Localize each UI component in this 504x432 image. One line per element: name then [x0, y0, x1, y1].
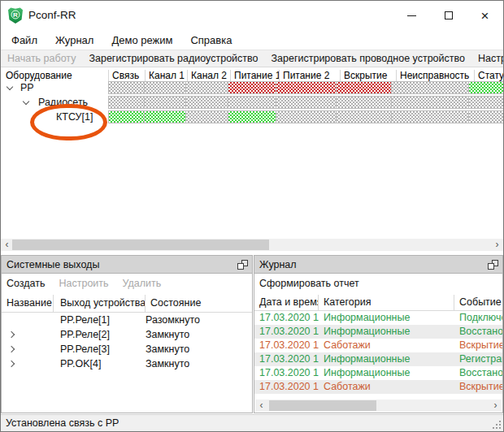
panel-titlebar[interactable]: Системные выходы	[2, 256, 252, 274]
status-cell[interactable]	[336, 110, 392, 123]
column-header-name[interactable]: Название	[2, 295, 54, 313]
column-header-event[interactable]: Событие	[454, 295, 502, 311]
expander-icon[interactable]	[8, 331, 15, 338]
journal-category: Информационные	[319, 366, 454, 380]
journal-datetime: 17.03.2020 11...	[254, 311, 319, 325]
menu-help[interactable]: Справка	[181, 34, 241, 46]
table-row[interactable]: PP.OK[4] Замкнуто	[2, 356, 252, 371]
journal-row[interactable]: 17.03.2020 12... Информационные Регистра…	[254, 352, 502, 366]
equipment-hscrollbar[interactable]: ‹ ›	[1, 239, 503, 251]
maximize-icon	[445, 11, 453, 19]
status-cell[interactable]	[336, 96, 392, 109]
menu-journal[interactable]: Журнал	[46, 34, 102, 46]
table-row: PP	[1, 81, 503, 94]
column-header-state[interactable]: Состояние	[146, 295, 252, 313]
system-outputs-panel: Системные выходы Создать Настроить Удали…	[1, 255, 253, 413]
status-cell[interactable]	[276, 96, 337, 109]
status-cell[interactable]	[276, 110, 337, 123]
status-cell[interactable]	[468, 81, 503, 94]
menu-demo-mode[interactable]: Демо режим	[102, 34, 181, 46]
status-cell[interactable]	[468, 110, 503, 123]
column-header-category[interactable]: Категория	[319, 295, 454, 311]
journal-event: Подключе	[454, 311, 502, 325]
tree-item-pp[interactable]: PP	[1, 81, 109, 94]
minimize-button[interactable]	[393, 1, 430, 30]
journal-toolbar: Сформировать отчет	[254, 274, 502, 293]
journal-datetime: 17.03.2020 12...	[254, 352, 319, 366]
column-header-device-output[interactable]: Выход устройства	[54, 295, 146, 313]
status-cell[interactable]	[228, 110, 276, 123]
resize-grip[interactable]	[491, 419, 502, 430]
outputs-toolbar: Создать Настроить Удалить	[2, 274, 252, 293]
journal-row[interactable]: 17.03.2020 12... Информационные Восстано…	[254, 366, 502, 380]
tree-item-radio-network[interactable]: Радиосеть	[1, 96, 109, 109]
status-cell[interactable]	[144, 81, 186, 94]
scroll-left-icon[interactable]: ‹	[1, 239, 13, 251]
status-cell[interactable]	[144, 110, 186, 123]
status-cell[interactable]	[108, 110, 145, 123]
app-logo-icon: R	[8, 7, 23, 24]
status-cell[interactable]	[391, 110, 469, 123]
toolbar-register-wired-device[interactable]: Зарегистрировать проводное устройство	[272, 53, 465, 64]
table-row[interactable]: PP.Реле[1] Разомкнуто	[2, 313, 252, 327]
tree-item-label: PP	[20, 81, 34, 94]
status-cell[interactable]	[185, 96, 228, 109]
status-cell[interactable]	[144, 96, 186, 109]
equipment-table: Оборудование Связь Канал 1 Канал 2 Питан…	[1, 67, 503, 239]
status-cell[interactable]	[276, 81, 337, 94]
output-device: PP.Реле[3]	[54, 342, 146, 356]
status-cell[interactable]	[108, 81, 145, 94]
status-cell[interactable]	[391, 96, 469, 109]
journal-row[interactable]: 17.03.2020 12... Саботажи Вскрытие	[254, 380, 502, 394]
status-cell[interactable]	[185, 110, 228, 123]
expander-icon[interactable]	[8, 346, 15, 352]
expander-icon[interactable]	[7, 84, 13, 90]
generate-report-button[interactable]: Сформировать отчет	[259, 278, 359, 289]
close-icon: ×	[481, 9, 489, 23]
journal-row[interactable]: 17.03.2020 11... Саботажи Вскрытие	[254, 339, 502, 352]
journal-panel: Журнал Сформировать отчет Дата и время К…	[254, 255, 503, 413]
journal-row[interactable]: 17.03.2020 11... Информационные Подключе	[254, 311, 502, 325]
expander-cell	[2, 313, 54, 327]
status-cell[interactable]	[185, 81, 228, 94]
journal-hscrollbar[interactable]: ‹ ›	[255, 400, 502, 412]
float-panel-button[interactable]	[488, 260, 498, 270]
journal-rows: 17.03.2020 11... Информационные Подключе…	[254, 311, 502, 394]
float-panel-button[interactable]	[237, 260, 248, 270]
journal-row[interactable]: 17.03.2020 11... Информационные Восстано…	[254, 325, 502, 339]
window-title: Pconf-RR	[28, 9, 76, 21]
scroll-right-icon[interactable]: ›	[491, 239, 503, 251]
status-cell[interactable]	[108, 96, 145, 109]
menu-file[interactable]: Файл	[2, 34, 46, 46]
scroll-right-icon[interactable]: ›	[489, 400, 502, 412]
toolbar-configure[interactable]: Настроить	[478, 53, 504, 64]
tree-item-label: КТСУ[1]	[56, 110, 93, 123]
expander-cell	[2, 356, 54, 371]
journal-event: Вскрытие	[454, 380, 502, 394]
table-row[interactable]: PP.Реле[3] Замкнуто	[2, 342, 252, 356]
tree-item-ktsu-1[interactable]: КТСУ[1]	[1, 110, 109, 123]
configure-button[interactable]: Настроить	[59, 278, 109, 289]
expander-icon[interactable]	[23, 98, 29, 105]
maximize-button[interactable]	[430, 1, 467, 30]
status-cell[interactable]	[391, 81, 469, 94]
close-button[interactable]: ×	[467, 1, 503, 30]
scroll-left-icon[interactable]: ‹	[255, 400, 267, 412]
scrollbar-thumb[interactable]	[12, 240, 269, 250]
toolbar-register-radio-device[interactable]: Зарегистрировать радиоустройство	[89, 53, 258, 64]
status-cell[interactable]	[468, 96, 503, 109]
title-bar[interactable]: R Pconf-RR ×	[1, 1, 503, 30]
scrollbar-thumb[interactable]	[269, 400, 376, 411]
create-button[interactable]: Создать	[7, 278, 46, 289]
table-row[interactable]: PP.Реле[2] Замкнуто	[2, 327, 252, 342]
expander-icon[interactable]	[8, 361, 15, 367]
panel-titlebar[interactable]: Журнал	[254, 256, 502, 274]
status-cell[interactable]	[228, 81, 276, 94]
app-window: R Pconf-RR × Файл Журнал Демо режим Спра…	[0, 0, 504, 432]
status-cell[interactable]	[336, 81, 392, 94]
output-state: Замкнуто	[146, 327, 252, 342]
column-header-datetime[interactable]: Дата и время	[254, 295, 319, 311]
delete-button[interactable]: Удалить	[123, 278, 162, 289]
status-cell[interactable]	[228, 96, 276, 109]
toolbar-start-work[interactable]: Начать работу	[7, 53, 76, 64]
